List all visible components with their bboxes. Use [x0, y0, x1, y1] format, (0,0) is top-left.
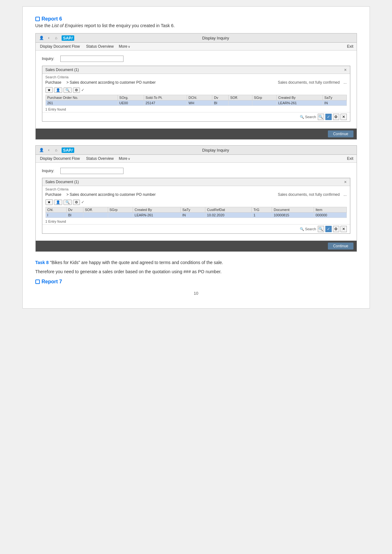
- table-header-row-1: Purchase Order No. SOrg. Sold-To Pt. DCh…: [45, 95, 347, 100]
- person-btn-2[interactable]: 👤: [54, 200, 62, 205]
- search-label-2: Search: [305, 227, 316, 231]
- task8-label: Task 8: [35, 260, 49, 265]
- sales-doc-title-2: Sales Document (1): [45, 180, 79, 184]
- search-criteria-label-2: Search Criteria: [45, 187, 347, 191]
- home-icon-2[interactable]: ⌂: [53, 147, 59, 153]
- dots-btn-1[interactable]: ...: [343, 80, 347, 85]
- td-created-learn261: LEARN-261: [276, 100, 323, 106]
- th2-document: Document: [272, 207, 314, 213]
- td-sold-25147: 25147: [144, 100, 187, 106]
- search-input-row-2: 🔍 Search: [300, 227, 316, 231]
- checkmark-1: ✓: [81, 88, 84, 92]
- back-icon-2[interactable]: ‹: [46, 147, 52, 153]
- bottom-search-icon-2[interactable]: 🔍: [318, 226, 324, 232]
- sap-logo: SAP/: [62, 35, 74, 41]
- continue-btn-1[interactable]: Continue: [328, 130, 353, 137]
- search-bar-2: 🔍 Search: [300, 227, 316, 231]
- sap-titlebar-2: 👤 ‹ ⌂ SAP/ Display Inquiry: [36, 146, 357, 155]
- entry-found-1: 1 Entry found: [42, 106, 350, 112]
- menu-display-doc-flow-2[interactable]: Display Document Flow: [39, 156, 81, 161]
- report6-subtitle-italic: List of Enquiries: [52, 23, 83, 28]
- inquiry-input-2[interactable]: [60, 168, 124, 174]
- search-btn-2[interactable]: 🔍: [63, 200, 72, 205]
- th-sold-to: Sold-To Pt.: [144, 95, 187, 100]
- td-sorg-ue00: UE00: [118, 100, 144, 106]
- sales-doc-close-2[interactable]: ×: [344, 179, 347, 184]
- inquiry-row-2: Inquiry:: [42, 168, 350, 174]
- report6-title-text: Report 6: [42, 16, 62, 22]
- menu-more-2[interactable]: More: [119, 156, 130, 161]
- td-dv-bi: BI: [212, 100, 228, 106]
- person-icon-2[interactable]: 👤: [39, 147, 45, 153]
- results-table-1: Purchase Order No. SOrg. Sold-To Pt. DCh…: [45, 95, 347, 106]
- window1-title: Display Inquiry: [78, 36, 353, 40]
- purchase-label-1: Purchase: [45, 80, 62, 85]
- report7-title: Report 7: [35, 279, 357, 285]
- sap-content-1: Inquiry: Sales Document (1) × Search Cri…: [36, 51, 357, 129]
- th-po-no: Purchase Order No.: [45, 95, 118, 100]
- sap-menubar-1: Display Document Flow Status Overview Mo…: [36, 43, 357, 51]
- search-input-row-1: 🔍 Search: [300, 115, 316, 119]
- td2-chl-i: I: [45, 213, 66, 218]
- bottom-check-icon-2[interactable]: ✓: [325, 226, 332, 232]
- sales-doc-close-1[interactable]: ×: [344, 67, 347, 72]
- bottom-gear-icon-1[interactable]: ⚙: [333, 114, 339, 120]
- bottom-check-icon-1[interactable]: ✓: [325, 114, 332, 120]
- exit-btn-2[interactable]: Exit: [347, 156, 353, 161]
- checkmark-2: ✓: [81, 200, 84, 204]
- person-btn-1[interactable]: 👤: [54, 87, 62, 93]
- settings-btn-2[interactable]: ⚙: [73, 200, 80, 205]
- inquiry-row-1: Inquiry:: [42, 56, 350, 62]
- bottom-gear-icon-2[interactable]: ⚙: [333, 226, 339, 232]
- person-icon[interactable]: 👤: [39, 35, 45, 41]
- td2-sgrp-empty: [108, 213, 133, 218]
- search-magnifier-2: 🔍: [300, 227, 304, 231]
- criteria-right-2: Sales documents, not fully confirmed: [278, 192, 340, 197]
- th2-dv: Dv: [66, 207, 83, 213]
- menu-status-overview-1[interactable]: Status Overview: [85, 44, 115, 49]
- table-header-row-2: Chl. Dv SOff. SGrp Created By SaTy CustR…: [45, 207, 347, 213]
- exit-btn-1[interactable]: Exit: [347, 44, 353, 49]
- continue-btn-2[interactable]: Continue: [328, 243, 353, 250]
- search-btn-1[interactable]: 🔍: [63, 87, 72, 93]
- menu-display-doc-flow-1[interactable]: Display Document Flow: [39, 44, 81, 49]
- menu-status-overview-2[interactable]: Status Overview: [85, 156, 115, 161]
- star-btn-1[interactable]: ★: [45, 87, 53, 93]
- report7-icon: [35, 280, 40, 284]
- sales-doc-header-1: Sales Document (1) ×: [42, 66, 350, 74]
- th2-created-by: Created By: [133, 207, 181, 213]
- task8-text2: Therefore you need to generate a sales o…: [35, 268, 357, 275]
- table-row-2[interactable]: I BI LEARN-261 IN 10.02.2020 1 10000815 …: [45, 213, 347, 218]
- sales-doc-header-2: Sales Document (1) ×: [42, 178, 350, 186]
- criteria-right-1: Sales documents, not fully confirmed: [278, 80, 340, 85]
- th-saty: SaTy: [323, 95, 347, 100]
- criteria-desc-2: > Sales document according to customer P…: [66, 192, 155, 197]
- back-icon[interactable]: ‹: [46, 35, 52, 41]
- th2-saty: SaTy: [181, 207, 205, 213]
- table-scroll-1: Purchase Order No. SOrg. Sold-To Pt. DCh…: [42, 95, 350, 106]
- td2-created-learn261: LEARN-261: [133, 213, 181, 218]
- bottom-close-icon-2[interactable]: ✕: [341, 226, 347, 232]
- report6-title: Report 6: [35, 16, 357, 22]
- inquiry-label-1: Inquiry:: [42, 57, 58, 61]
- table-row-1[interactable]: 261 UE00 25147 WH BI LEARN-261 IN: [45, 100, 347, 106]
- menu-more-1[interactable]: More: [119, 44, 130, 49]
- th2-trg: TrG: [252, 207, 272, 213]
- results-table-2: Chl. Dv SOff. SGrp Created By SaTy CustR…: [45, 207, 347, 218]
- task8-section: Task 8 "Bikes for Kids" are happy with t…: [35, 259, 357, 285]
- td2-soff-empty: [83, 213, 108, 218]
- td-po-261: 261: [45, 100, 118, 106]
- star-btn-2[interactable]: ★: [45, 199, 53, 205]
- task8-text-content: "Bikes for Kids" are happy with the quot…: [49, 260, 223, 265]
- td2-dv-bi: BI: [66, 213, 83, 218]
- bottom-icons-1: 🔍 ✓ ⚙ ✕: [318, 114, 347, 120]
- inquiry-input-1[interactable]: [60, 56, 124, 62]
- home-icon[interactable]: ⌂: [53, 35, 59, 41]
- bottom-search-icon-1[interactable]: 🔍: [318, 114, 324, 120]
- dots-btn-2[interactable]: ...: [343, 192, 347, 197]
- search-label-1: Search: [305, 115, 316, 119]
- td-dchl-wh: WH: [187, 100, 212, 106]
- sap-content-2: Inquiry: Sales Document (1) × Search Cri…: [36, 163, 357, 241]
- settings-btn-1[interactable]: ⚙: [73, 87, 80, 93]
- bottom-close-icon-1[interactable]: ✕: [341, 114, 347, 120]
